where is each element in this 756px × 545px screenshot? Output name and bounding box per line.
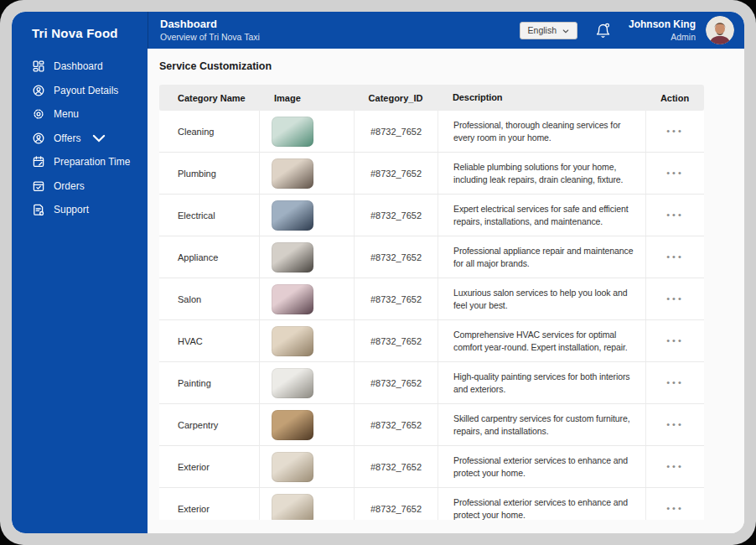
category-image-cell <box>259 362 354 403</box>
category-image-cell <box>259 153 354 194</box>
category-thumbnail-image <box>272 158 313 189</box>
row-actions-button[interactable]: ••• <box>665 207 686 223</box>
action-cell: ••• <box>645 488 704 520</box>
sidebar-item-preparation-time[interactable]: Preparation Time <box>12 150 148 174</box>
category-image-cell <box>259 278 354 319</box>
top-header: Dashboard Overview of Tri Nova Taxi Engl… <box>148 12 744 49</box>
action-cell: ••• <box>645 362 704 403</box>
page-title: Dashboard <box>160 18 260 29</box>
row-actions-button[interactable]: ••• <box>665 249 686 265</box>
category-description-cell: Expert electrical services for safe and … <box>438 195 645 236</box>
category-description-cell: Comprehensive HVAC services for optimal … <box>438 320 645 361</box>
sidebar-item-dashboard[interactable]: Dashboard <box>12 54 148 79</box>
sidebar-item-payout-details[interactable]: Payout Details <box>12 79 148 103</box>
window-bezel: Tri Nova Food Dashboard Pay <box>0 0 756 545</box>
category-thumbnail-image <box>272 326 313 356</box>
main-content: Service Customization Category Name Imag… <box>148 49 744 533</box>
action-cell: ••• <box>645 320 704 361</box>
action-cell: ••• <box>645 111 704 152</box>
category-name-cell: Appliance <box>159 236 259 278</box>
table-row: Plumbing #8732_7652 Reliable plumbing so… <box>159 153 704 195</box>
support-icon <box>32 203 45 216</box>
category-image-cell <box>259 404 354 445</box>
action-cell: ••• <box>645 446 704 487</box>
table-row: Carpentry #8732_7652 Skilled carpentry s… <box>159 404 704 446</box>
avatar[interactable] <box>706 16 734 44</box>
sidebar-item-support[interactable]: Support <box>12 198 148 222</box>
sidebar-item-label: Offers <box>54 132 80 144</box>
table-row: Exterior #8732_7652 Professional exterio… <box>159 446 704 488</box>
row-actions-button[interactable]: ••• <box>665 291 686 307</box>
offers-icon <box>32 132 45 145</box>
payout-details-icon <box>32 84 45 97</box>
category-name-cell: Exterior <box>159 488 259 520</box>
row-actions-button[interactable]: ••• <box>665 165 686 181</box>
sidebar-item-label: Support <box>54 204 89 215</box>
category-name-cell: Salon <box>159 278 259 319</box>
row-actions-button[interactable]: ••• <box>665 459 686 475</box>
category-name-cell: Plumbing <box>159 153 259 194</box>
menu-icon <box>32 107 45 121</box>
category-image-cell <box>259 488 354 520</box>
category-id-cell: #8732_7652 <box>354 404 438 445</box>
chevron-down-icon <box>92 132 106 145</box>
column-header-description: Description <box>438 91 645 104</box>
column-header-category-name: Category Name <box>159 93 259 103</box>
table-row: Appliance #8732_7652 Professional applia… <box>159 236 704 278</box>
category-description-cell: Skilled carpentry services for custom fu… <box>438 404 645 445</box>
category-id-cell: #8732_7652 <box>354 153 438 194</box>
table-header-row: Category Name Image Category_ID Descript… <box>159 85 704 111</box>
category-id-cell: #8732_7652 <box>354 111 438 152</box>
section-title: Service Customization <box>159 61 744 72</box>
category-id-cell: #8732_7652 <box>354 362 438 403</box>
category-description-cell: Reliable plumbing solutions for your hom… <box>438 153 645 194</box>
category-thumbnail-image <box>272 242 313 272</box>
category-thumbnail-image <box>272 284 313 314</box>
row-actions-button[interactable]: ••• <box>665 417 686 433</box>
action-cell: ••• <box>645 404 704 445</box>
row-actions-button[interactable]: ••• <box>665 333 686 349</box>
category-name-cell: Carpentry <box>159 404 259 445</box>
sidebar-item-label: Dashboard <box>54 60 103 72</box>
sidebar-item-label: Preparation Time <box>54 156 130 168</box>
sidebar-item-menu[interactable]: Menu <box>12 102 148 127</box>
action-cell: ••• <box>645 236 704 278</box>
category-thumbnail-image <box>272 368 313 398</box>
sidebar-item-orders[interactable]: Orders <box>12 174 148 199</box>
category-description-cell: Professional exterior services to enhanc… <box>438 488 645 520</box>
category-image-cell <box>259 195 354 236</box>
category-name-cell: Electrical <box>159 195 259 236</box>
sidebar-item-label: Orders <box>54 180 85 192</box>
action-cell: ••• <box>645 195 704 236</box>
language-selector[interactable]: English <box>520 22 577 39</box>
category-image-cell <box>259 320 354 361</box>
category-thumbnail-image <box>272 200 313 231</box>
row-actions-button[interactable]: ••• <box>665 123 686 139</box>
sidebar-item-label: Menu <box>54 108 79 120</box>
category-description-cell: Professional appliance repair and mainte… <box>438 236 645 278</box>
row-actions-button[interactable]: ••• <box>665 375 686 391</box>
column-header-category-id: Category_ID <box>354 93 438 103</box>
action-cell: ••• <box>645 278 704 319</box>
app-window: Tri Nova Food Dashboard Pay <box>12 12 744 533</box>
table-row: Electrical #8732_7652 Expert electrical … <box>159 195 704 236</box>
table-row: Cleaning #8732_7652 Professional, thorou… <box>159 111 704 153</box>
sidebar-item-offers[interactable]: Offers <box>12 127 148 151</box>
category-name-cell: Painting <box>159 362 259 403</box>
category-image-cell <box>259 111 354 152</box>
category-description-cell: Professional, thorough cleaning services… <box>438 111 645 152</box>
sidebar: Tri Nova Food Dashboard Pay <box>12 12 148 533</box>
category-image-cell <box>259 236 354 278</box>
category-thumbnail-image <box>272 452 313 482</box>
preparation-time-icon <box>32 155 45 169</box>
sidebar-item-label: Payout Details <box>54 85 118 96</box>
category-id-cell: #8732_7652 <box>354 236 438 278</box>
user-name: Johnson King <box>629 19 696 29</box>
notification-bell-icon[interactable] <box>594 22 612 39</box>
category-description-cell: Luxurious salon services to help you loo… <box>438 278 645 319</box>
row-actions-button[interactable]: ••• <box>665 501 686 516</box>
table-row: Exterior #8732_7652 Professional exterio… <box>159 488 704 520</box>
sidebar-nav: Dashboard Payout Details Menu <box>12 54 148 222</box>
table-row: HVAC #8732_7652 Comprehensive HVAC servi… <box>159 320 704 362</box>
category-id-cell: #8732_7652 <box>354 446 438 487</box>
